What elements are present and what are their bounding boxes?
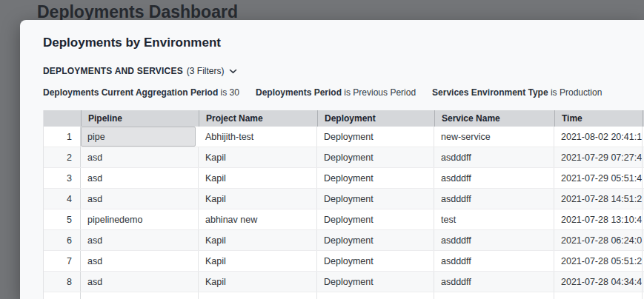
cell-pipeline[interactable]: asd (81, 230, 199, 250)
screen: Deployments Dashboard Deployments by Env… (0, 0, 644, 299)
cell-service-name[interactable]: asdddff (434, 189, 554, 209)
cell-time[interactable]: 2021-07-28 14:51:23 (554, 189, 643, 209)
cell-time[interactable]: 2021-08-02 20:41:18 (554, 127, 643, 147)
cell-deployment[interactable]: Deployment (317, 230, 434, 250)
row-number: 1 (44, 127, 81, 147)
filter-item-environment-type[interactable]: Services Environment Type is Production (432, 87, 602, 98)
row-number: 4 (44, 189, 81, 209)
table-row[interactable]: 9 asd Kapil Deployment asdddff 2021-07-2… (44, 292, 644, 299)
column-header-time[interactable]: Time (554, 110, 643, 127)
cell-time[interactable]: 2021-07-29 05:51:45 (554, 168, 643, 188)
cell-service-name[interactable]: asdddff (434, 272, 554, 292)
cell-time[interactable]: 2021-07-28 05:51:28 (554, 251, 643, 271)
cell-time[interactable]: 2021-07-28 04:18:11 (554, 292, 643, 299)
cell-service-name[interactable]: asdddff (434, 251, 554, 271)
row-number: 8 (44, 272, 81, 292)
modal-title: Deployments by Environment (43, 36, 644, 50)
cell-time[interactable]: 2021-07-28 04:34:45 (554, 272, 643, 292)
deployments-table: Pipeline Project Name Deployment Service… (43, 110, 644, 299)
cell-pipeline[interactable]: asd (81, 168, 199, 188)
filter-group-label: DEPLOYMENTS AND SERVICES (43, 66, 183, 76)
cell-service-name[interactable]: asdddff (434, 168, 554, 188)
cell-time[interactable]: 2021-07-28 13:10:46 (554, 209, 643, 229)
table-row[interactable]: 1 pipe Abhijith-test Deployment new-serv… (44, 127, 644, 147)
cell-deployment[interactable]: Deployment (317, 272, 434, 292)
cell-project-name[interactable]: Abhijith-test (199, 127, 317, 147)
table-row[interactable]: 8 asd Kapil Deployment asdddff 2021-07-2… (44, 272, 644, 292)
table-row[interactable]: 5 pipelinedemo abhinav new Deployment te… (44, 209, 644, 230)
filter-item-aggregation-period[interactable]: Deployments Current Aggregation Period i… (43, 87, 239, 98)
table-row[interactable]: 7 asd Kapil Deployment asdddff 2021-07-2… (44, 251, 644, 272)
table-row[interactable]: 6 asd Kapil Deployment asdddff 2021-07-2… (44, 230, 644, 251)
table-row[interactable]: 2 asd Kapil Deployment asdddff 2021-07-2… (44, 147, 644, 168)
cell-pipeline[interactable]: asd (81, 272, 199, 292)
cell-service-name[interactable]: asdddff (434, 230, 554, 250)
cell-deployment[interactable]: Deployment (317, 209, 434, 229)
cell-pipeline[interactable]: asd (81, 189, 199, 209)
cell-service-name[interactable]: asdddff (434, 147, 554, 167)
cell-service-name[interactable]: test (434, 209, 554, 229)
cell-deployment[interactable]: Deployment (317, 147, 434, 167)
cell-project-name[interactable]: abhinav new (199, 209, 317, 229)
column-header-deployment[interactable]: Deployment (317, 110, 434, 127)
cell-project-name[interactable]: Kapil (199, 292, 317, 299)
cell-deployment[interactable]: Deployment (317, 168, 434, 188)
row-number: 6 (44, 230, 81, 250)
table-row[interactable]: 3 asd Kapil Deployment asdddff 2021-07-2… (44, 168, 644, 189)
cell-pipeline[interactable]: asd (81, 251, 199, 271)
chevron-down-icon (229, 69, 237, 74)
page-title: Deployments Dashboard (37, 2, 238, 22)
filter-item-deployments-period[interactable]: Deployments Period is Previous Period (256, 87, 416, 98)
cell-project-name[interactable]: Kapil (199, 230, 317, 250)
table-header-row: Pipeline Project Name Deployment Service… (44, 110, 644, 127)
cell-deployment[interactable]: Deployment (317, 251, 434, 271)
cell-time[interactable]: 2021-07-29 07:27:44 (554, 147, 643, 167)
column-header-project-name[interactable]: Project Name (199, 110, 317, 127)
cell-project-name[interactable]: Kapil (199, 272, 317, 292)
filters-row: Deployments Current Aggregation Period i… (43, 87, 644, 98)
cell-pipeline[interactable]: asd (81, 292, 199, 299)
cell-project-name[interactable]: Kapil (199, 251, 317, 271)
cell-pipeline[interactable]: pipelinedemo (81, 209, 199, 229)
cell-pipeline[interactable]: asd (81, 147, 199, 167)
column-header-service-name[interactable]: Service Name (434, 110, 554, 127)
cell-service-name[interactable]: asdddff (434, 292, 554, 299)
filter-group-toggle[interactable]: DEPLOYMENTS AND SERVICES (3 Filters) (43, 66, 237, 76)
filter-count-label: (3 Filters) (187, 66, 225, 76)
table-body: 1 pipe Abhijith-test Deployment new-serv… (44, 127, 644, 299)
table-row[interactable]: 4 asd Kapil Deployment asdddff 2021-07-2… (44, 189, 644, 209)
cell-project-name[interactable]: Kapil (199, 168, 317, 188)
deployments-by-environment-modal: Deployments by Environment DEPLOYMENTS A… (20, 20, 644, 299)
row-number: 5 (44, 209, 81, 229)
column-header-pipeline[interactable]: Pipeline (81, 110, 199, 127)
row-number: 9 (44, 292, 81, 299)
cell-service-name[interactable]: new-service (434, 127, 554, 147)
cell-deployment[interactable]: Deployment (317, 127, 434, 147)
cell-time[interactable]: 2021-07-28 06:24:00 (554, 230, 643, 250)
column-header-rownum (44, 110, 81, 127)
row-number: 3 (44, 168, 81, 188)
cell-deployment[interactable]: Deployment (317, 189, 434, 209)
row-number: 2 (44, 147, 81, 167)
cell-deployment[interactable]: Deployment (317, 292, 434, 299)
cell-project-name[interactable]: Kapil (199, 147, 317, 167)
row-number: 7 (44, 251, 81, 271)
cell-project-name[interactable]: Kapil (199, 189, 317, 209)
cell-pipeline[interactable]: pipe (81, 127, 196, 147)
